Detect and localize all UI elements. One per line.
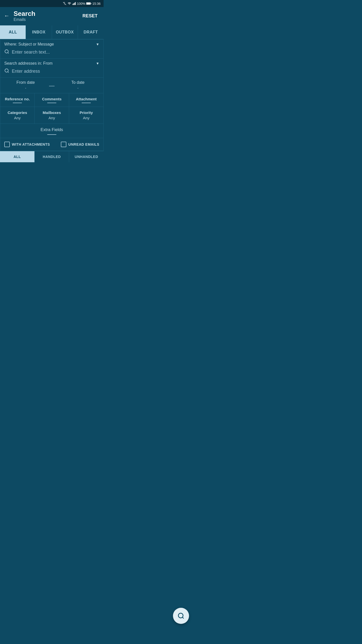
header-title-group: Search Emails	[14, 10, 35, 22]
extra-fields-underline	[47, 134, 56, 135]
address-search-section: Search addresses in: From ▼ Enter addres…	[0, 59, 104, 78]
date-separator: —	[47, 83, 57, 89]
time-display: 15:36	[92, 2, 101, 6]
battery-icon	[86, 2, 91, 5]
priority-cell[interactable]: Priority Any	[69, 107, 103, 124]
where-search-icon	[4, 49, 9, 55]
svg-rect-6	[91, 3, 92, 4]
attachment-underline	[82, 103, 91, 103]
svg-rect-3	[74, 3, 75, 5]
battery-percent: 100%	[77, 2, 85, 6]
address-search-input[interactable]: Enter address	[12, 69, 40, 74]
comments-underline	[47, 103, 56, 103]
tab-outbox[interactable]: OUTBOX	[52, 25, 78, 39]
address-field-label: Search addresses in: From	[4, 61, 53, 66]
page-subtitle: Emails	[14, 17, 35, 22]
mailboxes-cell[interactable]: Mailboxes Any	[35, 107, 69, 124]
bottom-checkboxes-row: WITH ATTACHMENTS UNREAD EMAILS	[0, 138, 104, 151]
tab-draft[interactable]: DRAFT	[78, 25, 104, 39]
bottom-tab-handled[interactable]: HANDLED	[35, 151, 69, 162]
extra-fields-label: Extra Fields	[40, 127, 63, 132]
where-input-row: Enter search text...	[0, 48, 103, 58]
priority-value: Any	[83, 116, 89, 120]
tab-all[interactable]: ALL	[0, 25, 26, 39]
svg-line-9	[8, 52, 9, 53]
to-date-label: To date	[71, 80, 84, 85]
svg-rect-2	[73, 3, 74, 5]
comments-label: Comments	[42, 97, 62, 101]
categories-label: Categories	[8, 110, 27, 115]
to-date-field[interactable]: To date -	[57, 80, 99, 90]
svg-rect-4	[75, 2, 76, 5]
address-input-row: Enter address	[0, 67, 103, 77]
signal-icon	[72, 2, 76, 5]
where-dropdown-arrow[interactable]: ▼	[96, 42, 99, 46]
unread-emails-box[interactable]	[61, 142, 66, 147]
unread-emails-label: UNREAD EMAILS	[68, 142, 99, 146]
attachment-cell[interactable]: Attachment	[69, 93, 103, 107]
comments-cell[interactable]: Comments	[35, 93, 69, 107]
address-search-icon	[4, 68, 9, 74]
where-field-label: Where: Subject or Message	[4, 42, 54, 47]
wifi-icon	[67, 2, 71, 5]
mailboxes-label: Mailboxes	[43, 110, 61, 115]
from-date-field[interactable]: From date -	[4, 80, 47, 90]
bottom-tab-unhandled[interactable]: UNHANDLED	[69, 151, 104, 162]
svg-line-11	[8, 71, 9, 72]
reference-underline	[13, 103, 22, 103]
status-icons: 100% 15:36	[63, 2, 101, 6]
categories-cell[interactable]: Categories Any	[0, 107, 35, 124]
from-date-value: -	[25, 86, 26, 90]
address-field-header[interactable]: Search addresses in: From ▼	[0, 59, 103, 67]
svg-rect-7	[86, 3, 90, 5]
bottom-status-tabs: ALL HANDLED UNHANDLED	[0, 151, 104, 162]
date-range-row: From date - — To date -	[0, 78, 104, 93]
with-attachments-box[interactable]	[4, 142, 10, 147]
mailboxes-value: Any	[49, 116, 55, 120]
with-attachments-label: WITH ATTACHMENTS	[12, 142, 50, 146]
where-field-header[interactable]: Where: Subject or Message ▼	[0, 39, 103, 48]
ref-comments-attachment-row: Reference no. Comments Attachment	[0, 93, 104, 107]
bluetooth-muted-icon	[63, 2, 66, 5]
where-search-input[interactable]: Enter search text...	[12, 50, 50, 55]
header: ← Search Emails RESET	[0, 7, 104, 25]
categories-value: Any	[14, 116, 21, 120]
bottom-tab-all[interactable]: ALL	[0, 151, 35, 162]
status-bar: 100% 15:36	[0, 0, 104, 7]
email-folder-tabs: ALL INBOX OUTBOX DRAFT	[0, 25, 104, 39]
tab-inbox[interactable]: INBOX	[26, 25, 52, 39]
reference-label: Reference no.	[5, 97, 30, 101]
svg-rect-1	[73, 4, 73, 5]
svg-point-10	[5, 69, 8, 72]
header-left: ← Search Emails	[4, 10, 35, 22]
to-date-value: -	[77, 86, 79, 90]
page-title: Search	[14, 10, 35, 17]
attachment-label: Attachment	[76, 97, 97, 101]
back-button[interactable]: ←	[4, 13, 10, 19]
svg-point-8	[5, 50, 8, 53]
with-attachments-checkbox[interactable]: WITH ATTACHMENTS	[4, 142, 50, 147]
from-date-label: From date	[17, 80, 35, 85]
extra-fields-section[interactable]: Extra Fields	[0, 124, 104, 138]
unread-emails-checkbox[interactable]: UNREAD EMAILS	[61, 142, 99, 147]
reference-cell[interactable]: Reference no.	[0, 93, 35, 107]
address-dropdown-arrow[interactable]: ▼	[96, 61, 99, 65]
where-search-section: Where: Subject or Message ▼ Enter search…	[0, 39, 104, 59]
filter-row: Categories Any Mailboxes Any Priority An…	[0, 107, 104, 124]
priority-label: Priority	[80, 110, 93, 115]
reset-button[interactable]: RESET	[80, 12, 100, 20]
